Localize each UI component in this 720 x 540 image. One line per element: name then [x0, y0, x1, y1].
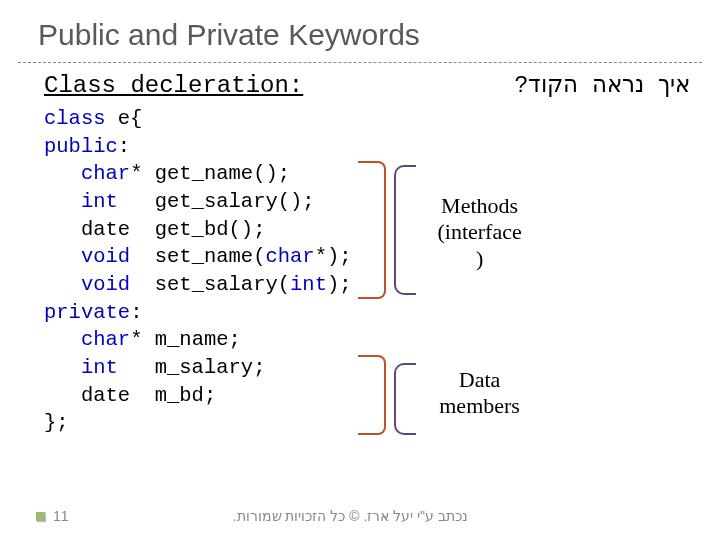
- bracket-data: [358, 355, 386, 435]
- kw-char: char: [265, 245, 314, 268]
- slide-title: Public and Private Keywords: [0, 0, 720, 62]
- kw-char: char: [81, 162, 130, 185]
- kw-void: void: [81, 273, 130, 296]
- code-text: [44, 328, 81, 351]
- kw-int: int: [81, 356, 118, 379]
- label-methods: Methods (interface ): [420, 193, 540, 272]
- kw-int: int: [290, 273, 327, 296]
- code-text: e{: [106, 107, 143, 130]
- kw-private: private: [44, 301, 130, 324]
- label-data: Data members: [420, 367, 540, 420]
- subheading-row: Class decleration: איך נראה הקוד?: [0, 71, 720, 105]
- brackets-column: [352, 105, 412, 437]
- bullet-icon: [36, 512, 45, 521]
- code-text: get_salary();: [118, 190, 315, 213]
- kw-int: int: [81, 190, 118, 213]
- bracket-methods: [358, 161, 386, 299]
- code-text: [44, 273, 81, 296]
- footer: 11 נכתב ע"י יעל ארז. © כל הזכויות שמורות…: [0, 508, 720, 524]
- page-number: 11: [53, 508, 69, 524]
- kw-void: void: [81, 245, 130, 268]
- code-text: [44, 356, 81, 379]
- code-text: };: [44, 411, 69, 434]
- hebrew-question: איך נראה הקוד?: [515, 71, 690, 99]
- code-text: :: [130, 301, 142, 324]
- code-text: set_salary(: [130, 273, 290, 296]
- class-declaration-heading: Class decleration:: [44, 72, 303, 99]
- divider: [18, 62, 702, 63]
- labels-column: Methods (interface ) Data members: [412, 105, 612, 437]
- code-text: [44, 245, 81, 268]
- kw-public: public: [44, 135, 118, 158]
- code-text: date m_bd;: [44, 384, 216, 407]
- code-text: [44, 162, 81, 185]
- kw-char: char: [81, 328, 130, 351]
- code-text: date get_bd();: [44, 218, 265, 241]
- code-text: [44, 190, 81, 213]
- code-text: );: [327, 273, 352, 296]
- code-block: class e{ public: char* get_name(); int g…: [44, 105, 352, 437]
- code-text: * m_name;: [130, 328, 241, 351]
- code-text: * get_name();: [130, 162, 290, 185]
- page-indicator: 11: [36, 508, 69, 524]
- code-text: :: [118, 135, 130, 158]
- kw-class: class: [44, 107, 106, 130]
- code-text: *);: [315, 245, 352, 268]
- main-content: class e{ public: char* get_name(); int g…: [0, 105, 720, 437]
- code-text: set_name(: [130, 245, 265, 268]
- copyright-text: נכתב ע"י יעל ארז. © כל הזכויות שמורות.: [69, 508, 692, 524]
- code-text: m_salary;: [118, 356, 266, 379]
